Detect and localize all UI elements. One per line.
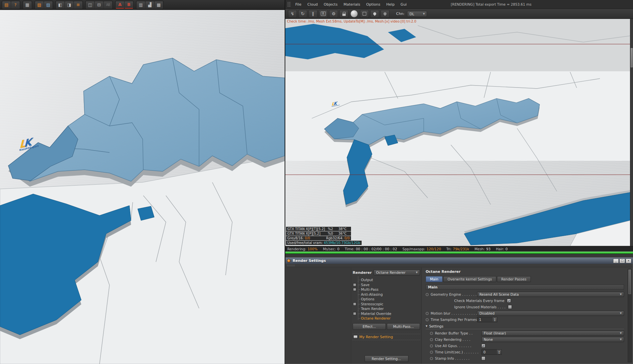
- tree-item-stereoscopic[interactable]: Stereoscopic: [352, 302, 420, 307]
- pause-render-icon[interactable]: ‖: [309, 10, 317, 18]
- tile-left-icon[interactable]: ◧: [56, 1, 64, 9]
- viewport-scrollbar-thumb[interactable]: [631, 48, 633, 67]
- tree-item-output[interactable]: Output: [352, 277, 420, 282]
- menu-file[interactable]: File: [293, 1, 304, 8]
- stereoscopic-enable-checkbox[interactable]: [353, 302, 356, 306]
- tab-overwrite-kernel-settings[interactable]: Overwrite kernel Settings: [443, 276, 496, 282]
- tree-item-multi-pass[interactable]: Multi-Pass: [352, 287, 420, 292]
- channel-dropdown[interactable]: DL ▼: [407, 11, 427, 17]
- clay-frame-icon[interactable]: [360, 10, 369, 18]
- channel-b-icon[interactable]: B: [125, 1, 133, 9]
- keyframe-dot-icon[interactable]: [430, 338, 433, 341]
- clay-rendering-dropdown[interactable]: None ▼: [481, 337, 624, 342]
- status-tri: Tri:79k/231k: [446, 247, 469, 251]
- panel-menu-icon[interactable]: [287, 2, 291, 7]
- tree-item-anti-aliasing[interactable]: Anti-Aliasing: [352, 292, 420, 297]
- live-viewer-viewport[interactable]: Check time: /ms, Mesh Ext:58ms, UpdateTo…: [285, 19, 633, 246]
- tab-render-passes[interactable]: Render Passes: [497, 276, 531, 282]
- time-sampling-spinner[interactable]: 1 ▲▼: [477, 317, 497, 322]
- tree-item-options[interactable]: Options: [352, 297, 420, 302]
- save-enable-checkbox[interactable]: [353, 283, 356, 286]
- channel-a-icon[interactable]: A: [116, 1, 124, 9]
- refresh-render-icon[interactable]: ↻: [298, 10, 307, 18]
- maximize-button[interactable]: □: [619, 259, 625, 263]
- keyframe-dot-icon[interactable]: [430, 332, 433, 335]
- octane-debug-text: Check time: /ms, Mesh Ext:58ms, UpdateTo…: [287, 20, 416, 23]
- check-materials-checkbox[interactable]: ✓: [507, 299, 511, 303]
- time-limit-spinner[interactable]: 0 ▲▼: [481, 349, 502, 355]
- viewport-scrollbar[interactable]: [630, 19, 633, 246]
- renderer-dropdown[interactable]: Octane Renderer ▼: [374, 270, 420, 275]
- spinner-arrows[interactable]: ▲▼: [493, 317, 497, 322]
- multipass-enable-checkbox[interactable]: [353, 288, 356, 291]
- render-buffer-dropdown[interactable]: Float (linear) ▼: [481, 331, 624, 336]
- layer-copy-icon[interactable]: ▨: [44, 1, 52, 9]
- settings-scrollbar-thumb[interactable]: [628, 270, 631, 294]
- tile-right-icon[interactable]: ◨: [65, 1, 73, 9]
- stamp-info-checkbox[interactable]: [481, 356, 485, 360]
- stats-table-icon[interactable]: ▥: [137, 1, 145, 9]
- close-button[interactable]: ×: [626, 259, 631, 263]
- ignore-unused-checkbox[interactable]: [508, 305, 512, 309]
- status-label: Time:: [345, 247, 354, 251]
- menu-gui[interactable]: Gui: [398, 1, 409, 8]
- material-ball-icon[interactable]: [350, 10, 359, 18]
- channels-grid-icon[interactable]: ▦: [23, 1, 32, 9]
- grid-info-icon[interactable]: ▩: [155, 1, 163, 9]
- menu-options[interactable]: Options: [364, 1, 383, 8]
- tree-item-team-render[interactable]: Team Render: [352, 306, 420, 311]
- window-grip[interactable]: [286, 264, 633, 267]
- effect-button[interactable]: Effect...: [353, 323, 386, 330]
- histogram-icon[interactable]: ▟: [146, 1, 154, 9]
- render-settings-titlebar[interactable]: Render Settings _ □ ×: [286, 258, 633, 264]
- settings-scrollbar[interactable]: [628, 269, 632, 362]
- reset-render-icon[interactable]: R: [319, 10, 328, 18]
- menu-materials[interactable]: Materials: [341, 1, 363, 8]
- spin-down-icon[interactable]: ▼: [494, 320, 496, 322]
- my-render-setting-item[interactable]: My Render Setting: [352, 334, 420, 340]
- tree-item-octane-renderer[interactable]: Octane Renderer: [352, 316, 420, 321]
- motion-blur-label: Motion blur . . . . . . . . . . . .: [431, 311, 477, 315]
- menu-help[interactable]: Help: [384, 1, 397, 8]
- settings-group-header[interactable]: ▼ Settings: [426, 324, 624, 329]
- compare-ab-icon[interactable]: ◫: [86, 1, 94, 9]
- layer-red-icon[interactable]: ▧: [35, 1, 43, 9]
- setting-stamp-info: Stamp Info . . . . . . .: [426, 356, 624, 361]
- lock-resolution-icon[interactable]: [339, 10, 348, 18]
- settings-gear-icon[interactable]: ⚙: [329, 10, 338, 18]
- chevron-down-icon: ▼: [423, 13, 425, 15]
- toolbar-group-layers: ▧ ▨: [35, 1, 53, 9]
- tab-main[interactable]: Main: [426, 276, 443, 282]
- keyframe-dot-icon[interactable]: [430, 344, 433, 347]
- tree-item-material-override[interactable]: Material Override: [352, 311, 420, 316]
- spinner-arrows[interactable]: ▲▼: [497, 350, 501, 354]
- spin-down-icon[interactable]: ▼: [499, 352, 500, 354]
- use-all-gpus-checkbox[interactable]: ✓: [481, 344, 485, 348]
- multi-pass-button[interactable]: Multi-Pass...: [387, 323, 420, 330]
- channel-label: Chn:: [396, 12, 404, 16]
- pin-dark-glyph: [383, 12, 387, 16]
- restart-render-icon[interactable]: ↯: [288, 10, 297, 18]
- application-window: ▤ ? ▦ ▧ ▨ ◧ ◨ ⊞ ◫ ⊟ AB A B: [0, 0, 633, 364]
- scene-image-icon[interactable]: ▤: [2, 1, 11, 9]
- keyframe-dot-icon[interactable]: [430, 357, 433, 360]
- tree-item-save[interactable]: Save: [352, 282, 420, 287]
- menu-cloud[interactable]: Cloud: [305, 1, 320, 8]
- pick-focus-pin-icon[interactable]: [381, 10, 389, 18]
- material-override-enable-checkbox[interactable]: [353, 312, 356, 315]
- keyframe-dot-icon[interactable]: [426, 293, 429, 296]
- time-sampling-label: Time Sampling Per Frames . .: [431, 318, 477, 322]
- keyframe-dot-icon[interactable]: [426, 312, 429, 315]
- minimize-button[interactable]: _: [613, 259, 619, 263]
- motion-blur-dropdown[interactable]: Disabled ▼: [477, 311, 624, 316]
- keyframe-dot-icon[interactable]: [430, 351, 433, 354]
- compare-text-icon[interactable]: AB: [104, 1, 112, 9]
- save-question-icon[interactable]: ?: [11, 1, 20, 9]
- tile-add-icon[interactable]: ⊞: [74, 1, 82, 9]
- keyframe-dot-icon[interactable]: [426, 318, 429, 321]
- geometry-engine-dropdown[interactable]: Resend All Scene Data ▼: [477, 292, 624, 297]
- render-setting-button[interactable]: Render Setting...: [365, 355, 408, 362]
- pick-material-pin-icon[interactable]: [370, 10, 379, 18]
- menu-objects[interactable]: Objects: [321, 1, 340, 8]
- compare-stack-icon[interactable]: ⊟: [95, 1, 103, 9]
